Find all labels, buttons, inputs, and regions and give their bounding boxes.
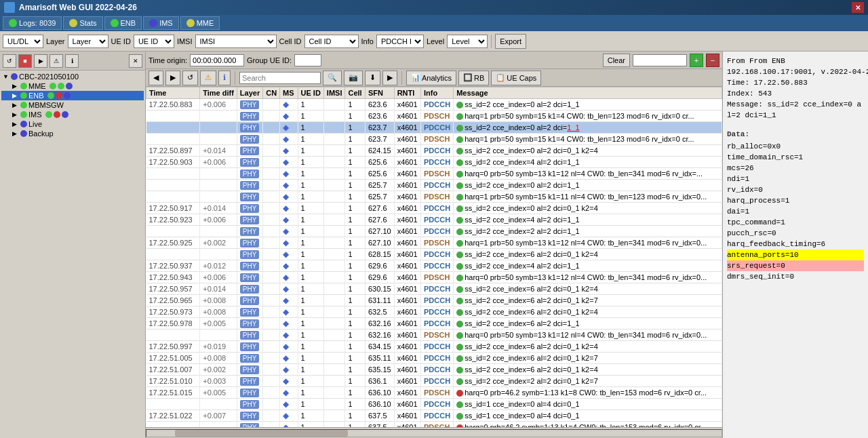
- filter-add-button[interactable]: +: [690, 54, 703, 67]
- table-row[interactable]: 17.22.50.943 +0.006 PHY ◆ 1 1 629.6 x460…: [146, 272, 722, 283]
- tree-live[interactable]: ▶ Live: [1, 119, 144, 129]
- phy-badge: PHY: [240, 308, 260, 317]
- warn-button[interactable]: ⚠: [200, 71, 216, 85]
- play-button[interactable]: ▶: [382, 71, 397, 85]
- export-button[interactable]: Export: [495, 34, 526, 49]
- table-row[interactable]: 17.22.50.965 +0.008 PHY ◆ 1 1 631.11 x46…: [146, 295, 722, 306]
- col-info[interactable]: Info: [420, 87, 453, 99]
- table-row[interactable]: 17.22.51.005 +0.008 PHY ◆ 1 1 635.11 x46…: [146, 353, 722, 364]
- col-tdiff[interactable]: Time diff: [200, 87, 237, 99]
- col-layer[interactable]: Layer: [237, 87, 262, 99]
- ue-id-select[interactable]: UE ID: [134, 35, 174, 48]
- close-button[interactable]: ✕: [852, 2, 864, 13]
- bottom-scrollbar[interactable]: [146, 427, 722, 438]
- info-select[interactable]: PDCCH PI: [376, 35, 424, 48]
- table-row[interactable]: PHY ◆ 1 1 625.7 x4601 PDSCH harq=1 prb=5…: [146, 191, 722, 203]
- info-badge: PDCCH: [424, 158, 450, 166]
- phy-badge: PHY: [240, 250, 260, 259]
- col-time[interactable]: Time: [146, 87, 200, 99]
- sidebar-refresh-button[interactable]: ↺: [3, 54, 16, 68]
- cell-imsi: [323, 249, 345, 260]
- tree-backup[interactable]: ▶ Backup: [1, 129, 144, 138]
- table-row[interactable]: 17.22.50.903 +0.006 PHY ◆ 1 1 625.6 x460…: [146, 157, 722, 168]
- rb-button[interactable]: 🔲 RB: [458, 71, 489, 85]
- table-row[interactable]: 17.22.50.917 +0.014 PHY ◆ 1 1 627.6 x460…: [146, 203, 722, 214]
- table-row[interactable]: PHY ◆ 1 1 623.6 x4601 PDSCH harq=1 prb=5…: [146, 111, 722, 122]
- table-row[interactable]: PHY ◆ 1 1 636.10 x4601 PDCCH ss_id=1 cce…: [146, 399, 722, 410]
- col-ue[interactable]: UE ID: [298, 87, 323, 99]
- tree-root[interactable]: ▼ CBC-2021050100: [1, 72, 144, 81]
- table-row[interactable]: 17.22.51.010 +0.003 PHY ◆ 1 1 636.1 x460…: [146, 376, 722, 387]
- table-row[interactable]: 17.22.50.997 +0.019 PHY ◆ 1 1 634.15 x46…: [146, 341, 722, 353]
- scroll-to-bottom-button[interactable]: ⬇: [365, 71, 380, 85]
- search-icon-button[interactable]: 🔍: [323, 71, 342, 85]
- refresh-button[interactable]: ↺: [182, 71, 198, 85]
- mme-tab[interactable]: MME: [180, 16, 220, 30]
- table-row[interactable]: PHY ◆ 1 1 627.10 x4601 PDCCH ss_id=2 cce…: [146, 226, 722, 237]
- table-row[interactable]: 17.22.50.883 +0.006 PHY ◆ 1 1 623.6 x460…: [146, 99, 722, 111]
- layer-select[interactable]: Layer: [68, 35, 108, 48]
- scroll-left-button[interactable]: ◀: [149, 71, 163, 85]
- ims-tab[interactable]: IMS: [143, 16, 179, 30]
- col-cell[interactable]: Cell: [345, 87, 365, 99]
- ue-caps-button[interactable]: 📋 UE Caps: [491, 71, 541, 85]
- tree-mbmsgw[interactable]: ▶ MBMSGW: [1, 100, 144, 110]
- col-sfn[interactable]: SFN: [365, 87, 394, 99]
- filter-remove-button[interactable]: −: [706, 54, 719, 67]
- table-row[interactable]: PHY ◆ 1 1 623.7 x4601 PDSCH harq=1 prb=5…: [146, 134, 722, 145]
- camera-button[interactable]: 📷: [344, 71, 363, 85]
- sidebar-step-button[interactable]: ▶: [34, 54, 47, 68]
- sidebar-close-button[interactable]: ✕: [129, 54, 142, 68]
- table-row[interactable]: 17.22.50.937 +0.012 PHY ◆ 1 1 629.6 x460…: [146, 260, 722, 272]
- scroll-right-button[interactable]: ▶: [165, 71, 180, 85]
- info-badge: PDCCH: [424, 319, 450, 327]
- table-row[interactable]: 17.22.50.978 +0.005 PHY ◆ 1 1 632.16 x46…: [146, 318, 722, 330]
- table-row[interactable]: 17.22.50.925 +0.002 PHY ◆ 1 1 627.10 x46…: [146, 237, 722, 249]
- table-row[interactable]: PHY ◆ 1 1 637.5 x4601 PDSCH harq=0 prb=4…: [146, 422, 722, 428]
- col-rnti[interactable]: RNTI: [394, 87, 420, 99]
- table-row[interactable]: 17.22.50.897 +0.014 PHY ◆ 1 1 624.15 x46…: [146, 145, 722, 157]
- sidebar-info-button[interactable]: ℹ: [65, 54, 79, 68]
- table-row[interactable]: PHY ◆ 1 1 628.15 x4601 PDCCH ss_id=2 cce…: [146, 249, 722, 260]
- analytics-button[interactable]: 📊 Analytics: [406, 71, 456, 85]
- table-row[interactable]: 17.22.50.973 +0.008 PHY ◆ 1 1 632.5 x460…: [146, 306, 722, 318]
- msg-dot: [456, 228, 463, 235]
- cell-rnti: x4601: [394, 341, 420, 353]
- action-bar: ◀ ▶ ↺ ⚠ ℹ 🔍 📷 ⬇ ▶ 📊 Analytics 🔲 RB 📋 UE …: [146, 69, 722, 87]
- time-origin-input[interactable]: [190, 54, 244, 66]
- tree-ims[interactable]: ▶ IMS: [1, 110, 144, 119]
- cell-sfn: 628.15: [365, 249, 394, 260]
- tree-mme[interactable]: ▶ MME: [1, 81, 144, 91]
- logs-tab[interactable]: Logs: 8039: [3, 16, 62, 30]
- sidebar-stop-button[interactable]: ■: [18, 54, 32, 68]
- filter-extra-input[interactable]: [633, 54, 687, 66]
- col-msg[interactable]: Message: [454, 87, 722, 99]
- table-row[interactable]: PHY ◆ 1 1 625.7 x4601 PDCCH ss_id=2 cce_…: [146, 180, 722, 191]
- table-row[interactable]: 17.22.51.007 +0.002 PHY ◆ 1 1 635.15 x46…: [146, 364, 722, 376]
- table-row[interactable]: 17.22.51.015 +0.005 PHY ◆ 1 1 636.10 x46…: [146, 387, 722, 399]
- ul-dl-select[interactable]: UL/DL: [3, 35, 43, 48]
- stats-tab[interactable]: Stats: [63, 16, 102, 30]
- level-select[interactable]: Level: [447, 35, 488, 48]
- col-cn[interactable]: CN: [263, 87, 280, 99]
- table-row[interactable]: 17.22.50.923 +0.006 PHY ◆ 1 1 627.6 x460…: [146, 214, 722, 226]
- cell-id-select[interactable]: Cell ID: [304, 35, 359, 48]
- group-ue-id-input[interactable]: [294, 54, 321, 66]
- table-row[interactable]: PHY ◆ 1 1 623.7 x4601 PDCCH ss_id=2 cce_…: [146, 122, 722, 134]
- log-table-container[interactable]: Time Time diff Layer CN MS UE ID IMSI Ce…: [146, 87, 722, 427]
- tree-enb[interactable]: ▶ ENB: [1, 91, 144, 100]
- search-input[interactable]: [239, 72, 321, 84]
- table-row[interactable]: PHY ◆ 1 1 632.16 x4601 PDSCH harq=0 prb=…: [146, 330, 722, 341]
- cell-ms: ◆: [280, 237, 298, 249]
- cell-info: PDCCH: [420, 364, 453, 376]
- info-button[interactable]: ℹ: [218, 71, 231, 85]
- enb-tab[interactable]: ENB: [104, 16, 142, 30]
- clear-button[interactable]: Clear: [603, 54, 630, 67]
- table-row[interactable]: 17.22.51.022 +0.007 PHY ◆ 1 1 637.5 x460…: [146, 410, 722, 422]
- col-imsi[interactable]: IMSI: [323, 87, 345, 99]
- sidebar-warn-button[interactable]: ⚠: [50, 54, 63, 68]
- imsi-select[interactable]: IMSI: [195, 35, 277, 48]
- table-row[interactable]: 17.22.50.957 +0.014 PHY ◆ 1 1 630.15 x46…: [146, 283, 722, 295]
- table-row[interactable]: PHY ◆ 1 1 625.6 x4601 PDSCH harq=0 prb=5…: [146, 168, 722, 180]
- col-ms[interactable]: MS: [280, 87, 298, 99]
